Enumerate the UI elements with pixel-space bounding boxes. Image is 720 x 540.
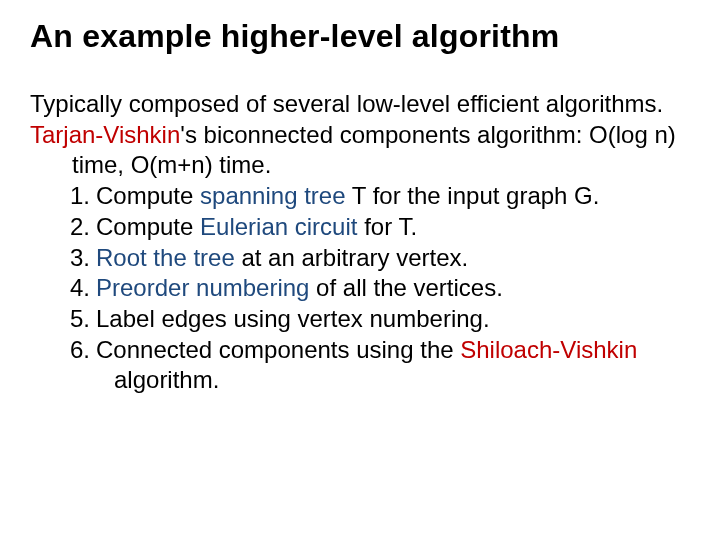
- step-text-pre: Compute: [96, 182, 200, 209]
- steps-list: 1.Compute spanning tree T for the input …: [30, 181, 690, 396]
- step-number: 6.: [70, 335, 96, 366]
- tarjan-vishkin-name: Tarjan-Vishkin: [30, 121, 180, 148]
- step-text-pre: Compute: [96, 213, 200, 240]
- step-text-post: T for the input graph G.: [346, 182, 600, 209]
- step-highlight: Eulerian circuit: [200, 213, 357, 240]
- step-highlight: Shiloach-Vishkin: [460, 336, 637, 363]
- intro-paragraph: Typically composed of several low-level …: [30, 89, 690, 120]
- step-text-pre: Connected components using the: [96, 336, 460, 363]
- step-highlight: Preorder numbering: [96, 274, 309, 301]
- step-number: 3.: [70, 243, 96, 274]
- step-text-post: for T.: [357, 213, 417, 240]
- step-item: 5.Label edges using vertex numbering.: [30, 304, 690, 335]
- slide-body: Typically composed of several low-level …: [30, 89, 690, 396]
- step-number: 1.: [70, 181, 96, 212]
- step-highlight: spanning tree: [200, 182, 345, 209]
- slide-title: An example higher-level algorithm: [30, 18, 690, 55]
- step-number: 2.: [70, 212, 96, 243]
- step-item: 3.Root the tree at an arbitrary vertex.: [30, 243, 690, 274]
- step-text-post: algorithm.: [114, 366, 219, 393]
- step-number: 4.: [70, 273, 96, 304]
- step-text-pre: Label edges using vertex numbering.: [96, 305, 490, 332]
- step-text-post: of all the vertices.: [309, 274, 502, 301]
- step-item: 4.Preorder numbering of all the vertices…: [30, 273, 690, 304]
- step-highlight: Root the tree: [96, 244, 235, 271]
- step-item: 2.Compute Eulerian circuit for T.: [30, 212, 690, 243]
- slide: An example higher-level algorithm Typica…: [0, 0, 720, 396]
- step-item: 6.Connected components using the Shiloac…: [30, 335, 690, 396]
- tarjan-vishkin-paragraph: Tarjan-Vishkin's biconnected components …: [30, 120, 690, 181]
- step-text-post: at an arbitrary vertex.: [235, 244, 468, 271]
- step-item: 1.Compute spanning tree T for the input …: [30, 181, 690, 212]
- step-number: 5.: [70, 304, 96, 335]
